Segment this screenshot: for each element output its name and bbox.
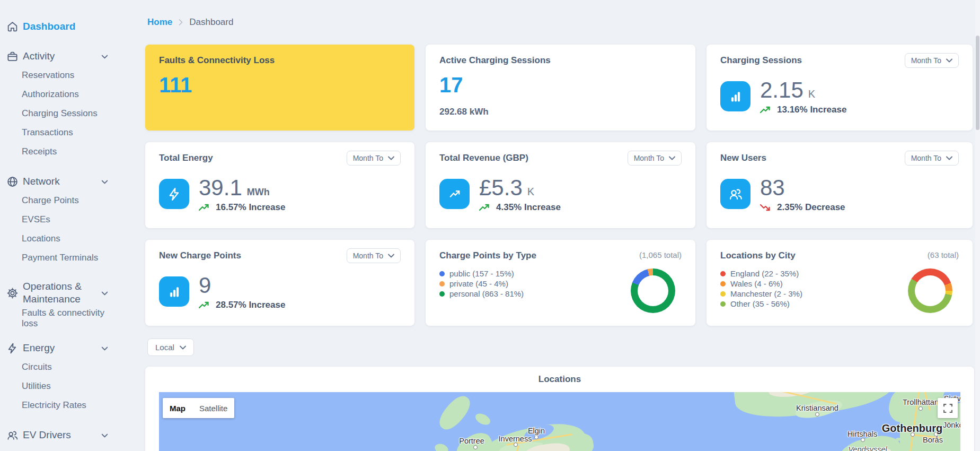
sidebar-item-payment-terminals[interactable]: Payment Terminals [22,248,111,267]
sidebar-item-circuits[interactable]: Circuits [22,358,111,377]
sidebar-item-charge-points[interactable]: Charge Points [22,191,111,210]
trend-text: 13.16% Increase [777,105,846,115]
chevron-down-icon [946,58,952,63]
new-charge-points-value: 9 [199,273,211,298]
map-type-satellite-button[interactable]: Satellite [192,398,234,418]
trend-text: 16.57% Increase [216,202,285,213]
sidebar-item-label: Receipts [22,146,57,157]
bar-chart-icon [720,81,751,111]
map-marker[interactable] [514,443,518,447]
total-energy-card: Total Energy Month To 39.1 MWh 16.57% In… [145,142,414,228]
sidebar-item-label: Locations [22,233,60,244]
legend-label: personal (863 - 81%) [449,289,524,298]
map-landmass [435,392,474,434]
sidebar-group-operations-maintenance[interactable]: Operations & Maintenance [6,280,111,306]
breadcrumb-home-link[interactable]: Home [147,17,172,28]
globe-icon [6,175,19,188]
sidebar-item-evses[interactable]: EVSEs [22,210,111,229]
map-city-label: Portree [459,437,484,445]
map-marker[interactable] [861,438,865,442]
map-island [893,444,897,447]
sidebar-item-label: Transactions [22,127,73,138]
chevron-down-icon [388,156,394,160]
sidebar-item-receipts[interactable]: Receipts [22,142,111,161]
chevron-down-icon [98,50,111,63]
sidebar-item-locations[interactable]: Locations [22,229,111,248]
map-region-label: Vendsyssel [848,445,887,451]
card-title: Locations by City [720,250,796,261]
map-city-label: Elgin [528,427,545,435]
lightning-icon [6,342,19,354]
legend-dot [720,281,726,287]
sidebar-group-network[interactable]: Network [6,172,111,191]
filter-value: Month To [353,251,383,260]
map-marker[interactable] [919,406,923,411]
breadcrumb-chevron-icon [179,19,183,25]
value-unit: K [527,186,534,198]
map-canvas[interactable]: Portree Inverness Elgin Kristiansand Hir… [159,392,960,451]
period-filter-dropdown[interactable]: Month To [905,53,959,68]
total-label: (63 total) [928,250,959,259]
map-city-label: Jönköping [943,421,960,429]
chevron-down-icon [388,254,394,258]
stats-row-2: Total Energy Month To 39.1 MWh 16.57% In… [145,142,974,228]
charging-sessions-card: Charging Sessions Month To 2.15 K 13.16%… [707,45,973,131]
donut-hole [638,275,668,306]
home-icon [6,20,19,33]
sidebar-item-utilities[interactable]: Utilities [22,377,111,396]
sidebar-group-activity[interactable]: Activity [6,47,111,66]
card-title: Active Charging Sessions [439,55,682,66]
stats-row-3: New Charge Points Month To 9 28.57% Incr… [145,240,974,326]
period-filter-dropdown[interactable]: Month To [628,151,682,166]
users-icon [720,179,751,209]
active-sessions-value: 17 [439,73,682,97]
sidebar-item-faults-connectivity-loss[interactable]: Faults & connectivity loss [22,309,111,328]
new-charge-points-card: New Charge Points Month To 9 28.57% Incr… [145,240,414,326]
map-marker[interactable] [473,445,478,449]
period-filter-dropdown[interactable]: Month To [347,151,401,166]
sidebar-group-ev-drivers[interactable]: EV Drivers [6,426,111,445]
filter-value: Month To [911,154,941,162]
sidebar-item-authorizations[interactable]: Authorizations [22,85,111,104]
map-landmass [434,442,450,451]
period-filter-dropdown[interactable]: Month To [905,151,959,166]
map-city-label: Kristiansand [796,404,838,412]
period-filter-dropdown[interactable]: Month To [347,248,401,263]
scrollbar-thumb[interactable] [976,36,979,130]
scope-filter-dropdown[interactable]: Local [147,339,194,356]
trend-up-icon [199,203,210,212]
chevron-down-icon [98,175,111,188]
map-type-map-button[interactable]: Map [163,398,192,418]
sidebar-item-charging-sessions[interactable]: Charging Sessions [22,104,111,123]
filter-value: Month To [634,154,664,162]
legend-dot [720,271,726,276]
sidebar-item-label: Circuits [22,362,52,372]
filter-value: Month To [911,56,941,65]
sidebar-item-reservations[interactable]: Reservations [22,66,111,85]
sidebar-item-electricity-rates[interactable]: Electricity Rates [22,396,111,415]
sidebar: Dashboard Activity Reservations Authoriz… [0,0,145,451]
sidebar-item-dashboard[interactable]: Dashboard [6,17,111,36]
trend-text: 2.35% Decrease [777,202,845,213]
sidebar-item-label: Authorizations [22,89,79,100]
legend-label: public (157 - 15%) [449,269,514,278]
sidebar-item-label: Charging Sessions [22,108,98,119]
legend-dot [439,291,445,297]
stats-row-1: Faults & Connectivity Loss 111 Active Ch… [145,45,974,131]
filter-value: Local [155,343,174,352]
gear-icon [6,287,19,299]
filter-value: Month To [353,154,383,162]
faults-value: 111 [159,73,401,97]
sidebar-group-energy[interactable]: Energy [6,339,111,358]
map-marker[interactable] [815,412,819,417]
card-title: Charge Points by Type [439,250,536,261]
card-title: Faults & Connectivity Loss [159,55,401,66]
chevron-down-icon [946,156,952,160]
sidebar-item-transactions[interactable]: Transactions [22,123,111,142]
map-marker[interactable] [534,435,538,439]
bar-chart-icon [159,276,189,307]
fullscreen-icon [943,404,952,413]
map-fullscreen-button[interactable] [938,398,958,418]
trend-text: 28.57% Increase [216,300,285,310]
trend-text: 4.35% Increase [496,202,561,213]
